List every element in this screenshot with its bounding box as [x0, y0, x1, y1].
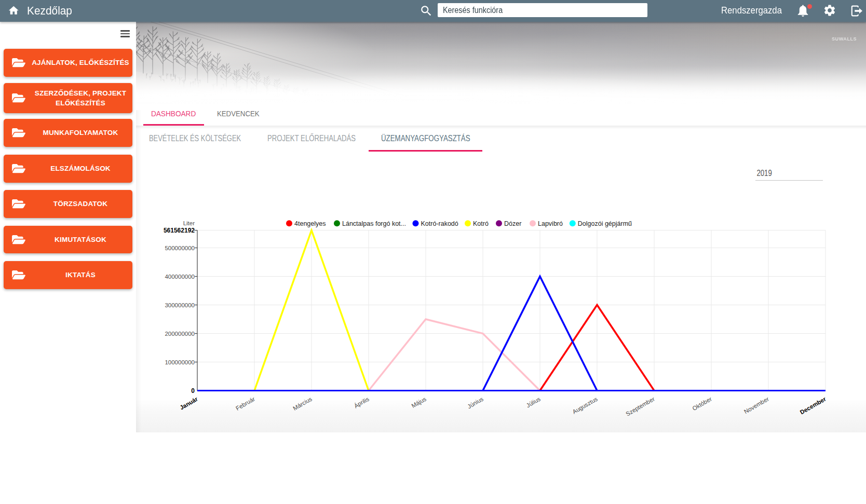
svg-text:Május: Május — [410, 396, 427, 409]
svg-text:Április: Április — [353, 396, 370, 409]
svg-text:Június: Június — [466, 396, 484, 410]
svg-text:Lánctalpas forgó kot...: Lánctalpas forgó kot... — [342, 220, 406, 227]
svg-text:Szeptember: Szeptember — [625, 396, 656, 417]
svg-text:100000000: 100000000 — [165, 359, 195, 365]
svg-text:200000000: 200000000 — [165, 331, 195, 337]
svg-text:Október: Október — [692, 396, 713, 412]
svg-text:Lapvibró: Lapvibró — [538, 220, 563, 227]
svg-text:561562192: 561562192 — [164, 227, 195, 234]
svg-text:Liter: Liter — [183, 220, 195, 226]
svg-text:Kotró-rakodó: Kotró-rakodó — [421, 220, 458, 227]
svg-text:Dózer: Dózer — [504, 220, 521, 227]
svg-text:Kotró: Kotró — [473, 220, 489, 227]
svg-text:500000000: 500000000 — [165, 245, 195, 251]
svg-text:400000000: 400000000 — [165, 274, 195, 280]
svg-text:Dolgozói gépjármű: Dolgozói gépjármű — [578, 220, 632, 227]
svg-text:Február: Február — [235, 396, 256, 412]
svg-text:4tengelyes: 4tengelyes — [294, 220, 326, 227]
svg-text:December: December — [799, 396, 828, 415]
svg-text:Március: Március — [292, 396, 313, 412]
svg-text:Augusztus: Augusztus — [571, 396, 599, 415]
svg-text:300000000: 300000000 — [165, 302, 195, 308]
svg-text:Július: Július — [525, 396, 542, 408]
svg-text:Január: Január — [179, 396, 199, 411]
svg-text:0: 0 — [191, 387, 195, 394]
svg-text:November: November — [743, 396, 770, 415]
